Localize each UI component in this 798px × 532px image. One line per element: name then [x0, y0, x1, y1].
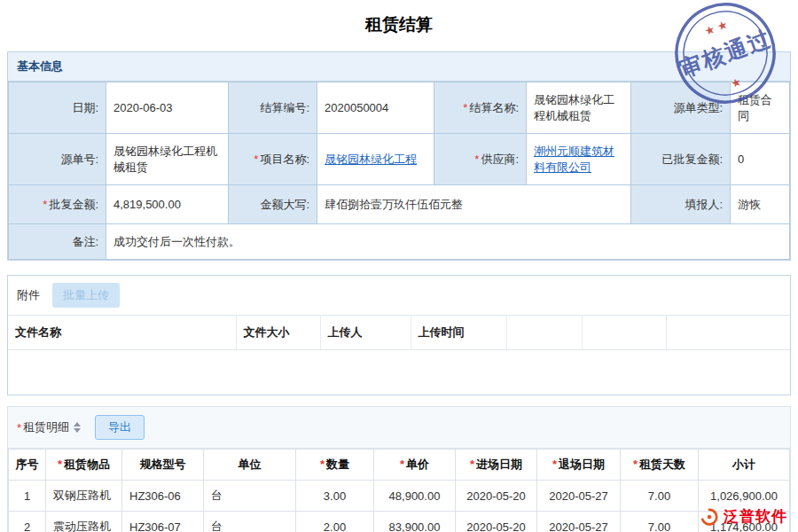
required-mark: * [470, 458, 474, 471]
fanpu-logo-icon [700, 507, 719, 527]
rental-detail-section: * 租赁明细 导出 序号 *租赁物品 规格型号 单位 *数量 *单价 *进场日期… [7, 406, 791, 532]
table-row: 1 双钢压路机 HZ306-06 台 3.00 48,900.00 2020-0… [9, 481, 790, 512]
col-enter-date: *进场日期 [456, 450, 537, 481]
cell-price: 83,900.00 [374, 512, 456, 532]
required-mark: * [320, 458, 325, 471]
uploader-header: 上传人 [320, 316, 411, 350]
upload-time-header: 上传时间 [411, 316, 506, 350]
cell-item: 震动压路机 [46, 512, 122, 532]
export-button[interactable]: 导出 [95, 415, 145, 440]
source-no-value: 晟铭园林绿化工程机械租赁 [106, 134, 229, 185]
approve-amount-value: 4,819,500.00 [106, 185, 229, 224]
cell-seq: 2 [9, 512, 46, 532]
col-item: *租赁物品 [46, 450, 122, 481]
cell-days: 7.00 [621, 512, 699, 532]
cell-enter-date: 2020-05-20 [456, 512, 537, 532]
attachments-table: 文件名称 文件大小 上传人 上传时间 [8, 315, 790, 350]
required-mark: * [17, 421, 21, 434]
approved-total-label: 已批复金额: [631, 134, 731, 185]
reporter-value: 游恢 [731, 185, 790, 224]
required-mark: * [43, 198, 47, 211]
settle-no-label: 结算编号: [229, 82, 317, 134]
remark-label: 备注: [9, 224, 106, 260]
project-label: *项目名称: [229, 134, 317, 185]
table-row: *批复金额: 4,819,500.00 金额大写: 肆佰捌拾壹万玖仟伍佰元整 填… [9, 185, 790, 224]
fanpu-logo-text: 泛普软件 [724, 506, 787, 527]
amount-words-value: 肆佰捌拾壹万玖仟伍佰元整 [317, 185, 631, 224]
cell-model: HZ306-07 [122, 512, 204, 532]
rental-detail-header: * 租赁明细 导出 [8, 407, 790, 449]
page-title: 租赁结算 [0, 0, 798, 48]
required-mark: * [474, 153, 479, 166]
empty-header [666, 316, 790, 350]
fanpu-logo: 泛普软件 [700, 506, 787, 527]
project-link[interactable]: 晟铭园林绿化工程 [325, 153, 417, 166]
source-type-value: 租赁合同 [731, 82, 790, 134]
table-row: 日期: 2020-06-03 结算编号: 2020050004 *结算名称: 晟… [9, 82, 790, 134]
col-price: *单价 [374, 450, 456, 481]
col-unit: 单位 [204, 450, 296, 481]
settle-no-value: 2020050004 [317, 82, 434, 134]
cell-item: 双钢压路机 [46, 481, 122, 512]
cell-unit: 台 [204, 512, 296, 532]
required-mark: * [58, 458, 62, 471]
empty-header [506, 316, 582, 350]
cell-model: HZ306-06 [122, 481, 204, 512]
col-exit-date: *退场日期 [537, 450, 621, 481]
cell-qty: 2.00 [296, 512, 374, 532]
table-row: 文件名称 文件大小 上传人 上传时间 [8, 316, 790, 350]
attachments-title: 附件 [17, 287, 40, 303]
project-value: 晟铭园林绿化工程 [317, 134, 434, 185]
basic-info-header: 基本信息 [8, 52, 790, 82]
sort-icon[interactable] [74, 422, 81, 433]
table-row: 2 震动压路机 HZ306-07 台 2.00 83,900.00 2020-0… [9, 512, 790, 532]
approved-total-value: 0 [731, 134, 790, 185]
file-name-header: 文件名称 [8, 316, 236, 350]
col-seq: 序号 [9, 450, 46, 481]
remark-value: 成功交付后一次性付款。 [106, 224, 790, 260]
cell-enter-date: 2020-05-20 [456, 481, 537, 512]
approve-amount-label: *批复金额: [9, 185, 106, 224]
cell-unit: 台 [204, 481, 296, 512]
rental-detail-table: 序号 *租赁物品 规格型号 单位 *数量 *单价 *进场日期 *退场日期 *租赁… [8, 449, 790, 532]
source-no-label: 源单号: [9, 134, 106, 185]
required-mark: * [254, 153, 258, 166]
cell-exit-date: 2020-05-27 [537, 481, 621, 512]
col-days: *租赁天数 [621, 450, 699, 481]
table-row: 源单号: 晟铭园林绿化工程机械租赁 *项目名称: 晟铭园林绿化工程 *供应商: … [9, 134, 790, 185]
attachments-section: 附件 批量上传 文件名称 文件大小 上传人 上传时间 [7, 275, 791, 395]
settle-name-label: *结算名称: [434, 82, 527, 134]
basic-info-section: 基本信息 日期: 2020-06-03 结算编号: 2020050004 *结算… [7, 51, 791, 261]
source-type-label: 源单类型: [631, 82, 731, 134]
col-model: 规格型号 [122, 450, 204, 481]
attachments-empty-area [8, 350, 790, 395]
col-qty: *数量 [296, 450, 374, 481]
batch-upload-button[interactable]: 批量上传 [52, 283, 120, 308]
rental-detail-title: 租赁明细 [23, 419, 69, 435]
supplier-value: 潮州元顺建筑材料有限公司 [527, 134, 631, 185]
cell-days: 7.00 [621, 481, 699, 512]
cell-seq: 1 [9, 481, 46, 512]
cell-exit-date: 2020-05-27 [537, 512, 621, 532]
required-mark: * [463, 101, 467, 114]
date-value: 2020-06-03 [106, 82, 229, 134]
amount-words-label: 金额大写: [229, 185, 317, 224]
required-mark: * [552, 458, 557, 471]
file-size-header: 文件大小 [236, 316, 320, 350]
reporter-label: 填报人: [631, 185, 731, 224]
required-mark: * [633, 458, 638, 471]
supplier-label: *供应商: [434, 134, 527, 185]
date-label: 日期: [9, 82, 106, 134]
empty-header [582, 316, 666, 350]
required-mark: * [400, 458, 404, 471]
table-header-row: 序号 *租赁物品 规格型号 单位 *数量 *单价 *进场日期 *退场日期 *租赁… [9, 450, 790, 481]
cell-price: 48,900.00 [374, 481, 456, 512]
settle-name-value: 晟铭园林绿化工程机械租赁 [527, 82, 631, 134]
attachments-header: 附件 批量上传 [8, 276, 790, 315]
cell-qty: 3.00 [296, 481, 374, 512]
table-row: 备注: 成功交付后一次性付款。 [9, 224, 790, 260]
basic-info-table: 日期: 2020-06-03 结算编号: 2020050004 *结算名称: 晟… [8, 82, 790, 260]
supplier-link[interactable]: 潮州元顺建筑材料有限公司 [534, 145, 614, 174]
col-subtotal: 小计 [699, 450, 790, 481]
